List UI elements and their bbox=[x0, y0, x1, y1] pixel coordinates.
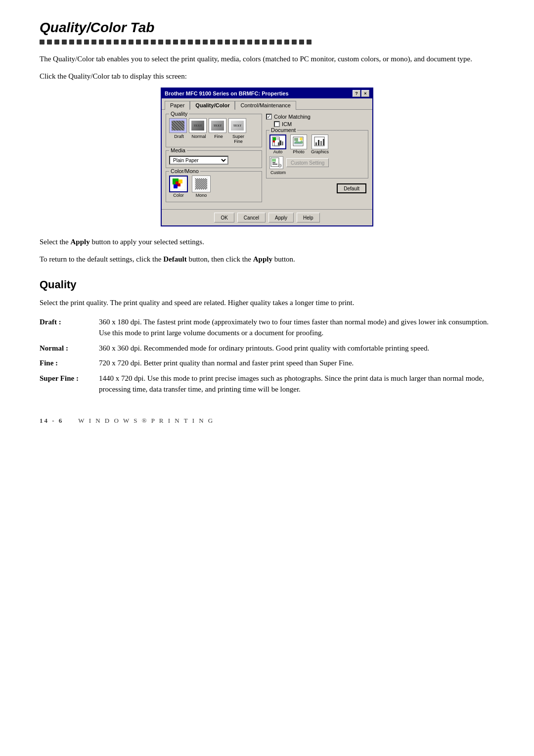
dialog-main-row: Quality TEXT TEXT bbox=[166, 114, 368, 205]
svg-rect-16 bbox=[280, 140, 281, 145]
color-option-label: Color bbox=[173, 193, 184, 198]
svg-rect-4 bbox=[178, 179, 182, 183]
color-matching-section: Color Matching ICM bbox=[266, 114, 368, 127]
svg-rect-13 bbox=[273, 137, 276, 140]
color-matching-row: Color Matching bbox=[266, 114, 368, 120]
quality-normal-icon[interactable]: TEXT bbox=[189, 118, 207, 133]
svg-rect-28 bbox=[320, 141, 322, 145]
quality-superfine-icon[interactable]: TEXT bbox=[228, 118, 246, 133]
def-superfine: 1440 x 720 dpi. Use this mode to print p… bbox=[99, 371, 494, 397]
mono-icon[interactable] bbox=[192, 176, 211, 192]
ok-button[interactable]: OK bbox=[214, 213, 234, 222]
svg-rect-34 bbox=[272, 164, 277, 165]
dialog-body: Quality TEXT TEXT bbox=[162, 110, 372, 209]
def-draft: 360 x 180 dpi. The fastest print mode (a… bbox=[99, 314, 494, 341]
default-instruction: To return to the default settings, click… bbox=[40, 254, 494, 265]
dialog-container: Brother MFC 9100 Series on BRMFC: Proper… bbox=[40, 88, 494, 226]
mono-option-label: Mono bbox=[196, 193, 207, 198]
help-footer-button[interactable]: Help bbox=[297, 213, 320, 222]
color-icons-row: Color bbox=[169, 176, 259, 198]
term-fine: Fine : bbox=[40, 356, 99, 371]
dialog-titlebar: Brother MFC 9100 Series on BRMFC: Proper… bbox=[162, 89, 372, 98]
icm-label: ICM bbox=[282, 121, 292, 127]
media-group: Media Plain Paper bbox=[166, 150, 262, 168]
photo-icon-graphic bbox=[293, 136, 305, 147]
svg-rect-17 bbox=[282, 141, 283, 145]
quality-icons-row: TEXT TEXT TEXT bbox=[169, 118, 259, 133]
doc-icons-row: Auto bbox=[269, 134, 365, 154]
svg-rect-20 bbox=[294, 138, 298, 141]
custom-icon-graphic bbox=[270, 157, 282, 168]
tab-paper[interactable]: Paper bbox=[165, 101, 190, 110]
label-superfine: Super Fine bbox=[228, 134, 248, 144]
doc-graphics-wrap: Graphics bbox=[311, 134, 329, 154]
icm-row: ICM bbox=[266, 121, 368, 127]
intro-paragraph1: The Quality/Color tab enables you to sel… bbox=[40, 53, 494, 65]
table-row: Draft : 360 x 180 dpi. The fastest print… bbox=[40, 314, 494, 341]
term-normal: Normal : bbox=[40, 341, 99, 356]
color-icon[interactable] bbox=[169, 176, 188, 192]
icm-checkbox[interactable] bbox=[274, 121, 280, 127]
label-draft: Draft bbox=[169, 134, 189, 144]
label-fine: Fine bbox=[209, 134, 228, 144]
close-button[interactable]: × bbox=[361, 90, 369, 97]
quality-fine-icon[interactable]: TEXT bbox=[209, 118, 226, 133]
svg-rect-26 bbox=[315, 142, 317, 145]
color-icon-graphic bbox=[172, 178, 185, 190]
table-row: Normal : 360 x 360 dpi. Recommended mode… bbox=[40, 341, 494, 356]
cancel-button[interactable]: Cancel bbox=[237, 213, 266, 222]
quality-draft-icon[interactable] bbox=[169, 118, 187, 133]
mono-icon-graphic bbox=[194, 178, 208, 190]
svg-rect-32 bbox=[272, 159, 276, 162]
media-select-row: Plain Paper bbox=[169, 156, 259, 165]
properties-dialog: Brother MFC 9100 Series on BRMFC: Proper… bbox=[161, 88, 373, 226]
custom-setting-button[interactable]: Custom Setting bbox=[286, 158, 329, 167]
document-group: Document bbox=[266, 130, 368, 178]
graphics-icon-graphic bbox=[314, 136, 326, 147]
dialog-title: Brother MFC 9100 Series on BRMFC: Proper… bbox=[165, 90, 289, 96]
dialog-footer: OK Cancel Apply Help bbox=[162, 209, 372, 225]
table-row: Fine : 720 x 720 dpi. Better print quali… bbox=[40, 356, 494, 371]
title-dots bbox=[40, 40, 494, 44]
apply-instruction: Select the Apply button to apply your se… bbox=[40, 236, 494, 248]
doc-graphics-icon[interactable] bbox=[312, 134, 328, 149]
svg-rect-33 bbox=[272, 162, 275, 163]
color-mono-group: Color/Mono bbox=[166, 171, 262, 202]
fine-icon-graphic: TEXT bbox=[211, 121, 224, 131]
svg-rect-14 bbox=[273, 140, 275, 142]
custom-label: Custom bbox=[269, 170, 365, 175]
quality-group-label: Quality bbox=[169, 111, 189, 117]
svg-rect-3 bbox=[174, 184, 178, 188]
term-draft: Draft : bbox=[40, 314, 99, 341]
document-group-label: Document bbox=[269, 127, 297, 133]
auto-icon-graphic bbox=[272, 136, 284, 147]
table-row: Super Fine : 1440 x 720 dpi. Use this mo… bbox=[40, 371, 494, 397]
doc-custom-wrap bbox=[269, 156, 283, 169]
doc-auto-icon[interactable] bbox=[269, 134, 286, 149]
page-footer: 14 - 6 W I N D O W S ® P R I N T I N G bbox=[40, 417, 494, 425]
svg-rect-29 bbox=[323, 139, 324, 145]
doc-custom-icon[interactable] bbox=[269, 156, 283, 169]
media-dropdown[interactable]: Plain Paper bbox=[169, 156, 228, 165]
doc-photo-icon[interactable] bbox=[290, 134, 307, 149]
color-mono-label: Color/Mono bbox=[169, 168, 200, 174]
mono-option-wrap: Mono bbox=[192, 176, 211, 198]
quality-definition-table: Draft : 360 x 180 dpi. The fastest print… bbox=[40, 314, 494, 397]
footer-label: W I N D O W S ® P R I N T I N G bbox=[78, 417, 214, 425]
apply-button[interactable]: Apply bbox=[268, 213, 294, 222]
doc-custom-row: Custom Setting bbox=[269, 156, 365, 169]
color-option-wrap: Color bbox=[169, 176, 188, 198]
tab-quality-color[interactable]: Quality/Color bbox=[190, 101, 235, 110]
intro-paragraph2: Click the Quality/Color tab to display t… bbox=[40, 71, 494, 82]
color-matching-checkbox[interactable] bbox=[266, 114, 272, 120]
superfine-icon-graphic: TEXT bbox=[231, 121, 244, 131]
titlebar-buttons: ? × bbox=[353, 90, 369, 97]
doc-photo-wrap: Photo bbox=[290, 134, 307, 154]
svg-rect-15 bbox=[278, 142, 279, 145]
draft-icon-graphic bbox=[172, 121, 184, 131]
default-button[interactable]: Default bbox=[337, 183, 366, 193]
quality-section-title: Quality bbox=[40, 278, 494, 291]
doc-photo-label: Photo bbox=[293, 149, 305, 154]
tab-control-maintenance[interactable]: Control/Maintenance bbox=[235, 101, 296, 110]
help-button[interactable]: ? bbox=[353, 90, 360, 97]
